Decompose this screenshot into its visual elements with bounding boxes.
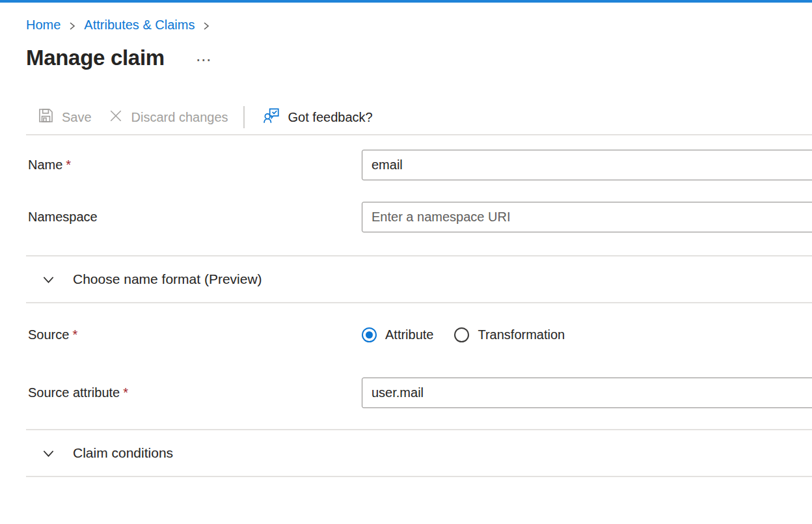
required-asterisk: * (123, 385, 128, 400)
name-field-row: Name* (26, 150, 812, 180)
name-label: Name* (26, 158, 362, 172)
radio-selected-icon (362, 327, 377, 342)
page-title: Manage claim (26, 46, 165, 70)
source-label-text: Source (28, 327, 69, 342)
namespace-label-text: Namespace (28, 210, 98, 224)
source-field-row: Source* Attribute Transformation (26, 322, 812, 348)
section-claim-conditions[interactable]: Claim conditions (26, 430, 812, 476)
manage-claim-page: Home Attributes & Claims Manage claim ⋯ … (0, 18, 812, 477)
required-asterisk: * (66, 158, 71, 172)
source-radio-group: Attribute Transformation (362, 327, 565, 342)
name-label-text: Name (28, 158, 62, 172)
section-choose-name-format[interactable]: Choose name format (Preview) (26, 256, 812, 302)
source-attribute-label: Source attribute* (26, 385, 362, 400)
radio-transformation-label: Transformation (478, 327, 565, 342)
divider (26, 134, 812, 135)
divider (26, 476, 812, 477)
breadcrumb-link-attributes-claims[interactable]: Attributes & Claims (84, 18, 195, 33)
toolbar-separator (243, 106, 245, 128)
close-icon (109, 109, 123, 126)
got-feedback-button[interactable]: Got feedback? (255, 103, 381, 131)
save-label: Save (62, 110, 92, 125)
radio-attribute[interactable]: Attribute (362, 327, 433, 342)
command-bar: Save Discard changes Got feedb (26, 100, 812, 134)
source-label: Source* (26, 327, 362, 342)
feedback-icon (264, 107, 280, 127)
discard-changes-button[interactable]: Discard changes (100, 105, 237, 130)
divider (26, 302, 812, 303)
breadcrumb-separator-icon (68, 21, 77, 31)
save-button[interactable]: Save (30, 104, 100, 130)
radio-unselected-icon (454, 327, 469, 342)
breadcrumb-link-home[interactable]: Home (26, 18, 61, 33)
more-menu-icon[interactable]: ⋯ (193, 52, 214, 68)
source-attribute-label-text: Source attribute (28, 385, 120, 400)
discard-changes-label: Discard changes (131, 110, 228, 125)
name-input[interactable] (362, 150, 812, 180)
namespace-label: Namespace (26, 210, 362, 225)
breadcrumb-separator-icon (202, 21, 211, 31)
title-row: Manage claim ⋯ (26, 46, 812, 70)
section-label: Claim conditions (73, 445, 173, 461)
save-icon (38, 108, 53, 126)
source-attribute-field-row: Source attribute* (26, 378, 812, 408)
breadcrumb: Home Attributes & Claims (26, 18, 812, 33)
chevron-down-icon (42, 447, 55, 460)
radio-transformation[interactable]: Transformation (454, 327, 565, 342)
source-attribute-input[interactable] (362, 378, 812, 408)
namespace-input[interactable] (362, 202, 812, 232)
section-label: Choose name format (Preview) (73, 271, 262, 287)
radio-attribute-label: Attribute (385, 327, 433, 342)
required-asterisk: * (72, 327, 77, 342)
namespace-field-row: Namespace (26, 202, 812, 232)
got-feedback-label: Got feedback? (288, 110, 373, 125)
chevron-down-icon (42, 273, 55, 286)
